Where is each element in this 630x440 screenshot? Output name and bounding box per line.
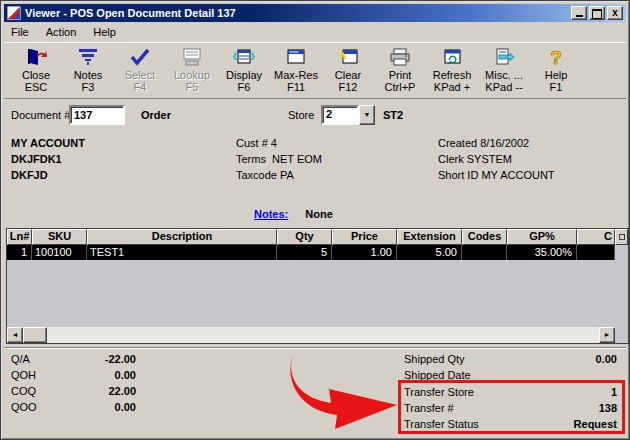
store-label: Store — [288, 109, 314, 121]
toolbar-button-key: ESC — [25, 81, 48, 93]
scroll-left-icon[interactable]: ◄ — [7, 327, 23, 343]
store-combobox-value[interactable]: 2 — [321, 105, 359, 125]
document-row: Document # Order Store 2 ▼ ST2 — [11, 105, 623, 127]
notes-value: None — [305, 208, 333, 220]
grid-right-strip — [615, 245, 628, 343]
toolbar: Close ESC Notes F3 — [4, 42, 626, 99]
toolbar-button-notes[interactable]: Notes F3 — [62, 45, 114, 97]
shipped-qty-label: Shipped Qty — [404, 353, 465, 365]
max-res-icon — [285, 45, 307, 69]
terms-label: Terms — [236, 153, 266, 165]
menu-action[interactable]: Action — [46, 26, 77, 38]
column-header-extension[interactable]: Extension — [397, 229, 462, 245]
scroll-right-icon[interactable]: ► — [599, 327, 615, 343]
svg-text:?: ? — [550, 47, 562, 67]
account-name: MY ACCOUNT — [11, 137, 85, 153]
toolbar-button-lookup: Lookup F5 — [166, 45, 218, 97]
terms-row: Terms NET EOM — [236, 153, 322, 169]
document-type-label: Order — [141, 109, 171, 121]
notes-link[interactable]: Notes: — [254, 208, 288, 220]
toolbar-button-key: F6 — [238, 81, 251, 93]
toolbar-button-select: Select F4 — [114, 45, 166, 97]
toolbar-button-misc[interactable]: Misc. ... KPad -- — [478, 45, 530, 97]
toolbar-button-label: Refresh — [433, 69, 472, 81]
menu-file[interactable]: File — [11, 26, 29, 38]
cust-value: 4 — [271, 137, 277, 149]
shortid-value: MY ACCOUNT — [481, 169, 554, 181]
notes-row: Notes: None — [254, 208, 333, 224]
select-check-icon — [129, 45, 151, 69]
grid-corner-button[interactable] — [615, 229, 628, 245]
toolbar-button-help[interactable]: ? Help F1 — [530, 45, 582, 97]
line-item-grid: Ln# SKU Description Qty Price Extension … — [6, 228, 629, 344]
clerk-row: Clerk SYSTEM — [438, 153, 512, 169]
transfer-status-label: Transfer Status — [404, 418, 479, 430]
toolbar-button-label: Print — [389, 69, 412, 81]
terms-value: NET EOM — [272, 153, 322, 165]
window-title: Viewer - POS Open Document Detail 137 — [25, 7, 569, 19]
account-line2: DKJFDK1 — [11, 153, 62, 169]
toolbar-button-display[interactable]: Display F6 — [218, 45, 270, 97]
transfer-number-label: Transfer # — [404, 402, 454, 414]
created-label: Created — [438, 137, 477, 149]
toolbar-button-maxres[interactable]: Max-Res F11 — [270, 45, 322, 97]
maximize-button[interactable] — [589, 6, 605, 20]
column-header-sku[interactable]: SKU — [32, 229, 87, 245]
display-icon — [233, 45, 255, 69]
lookup-icon — [181, 45, 203, 69]
shortid-row: Short ID MY ACCOUNT — [438, 169, 555, 185]
toolbar-button-print[interactable]: Print Ctrl+P — [374, 45, 426, 97]
toolbar-button-refresh[interactable]: Refresh KPad + — [426, 45, 478, 97]
notes-funnel-icon — [77, 45, 99, 69]
menu-help[interactable]: Help — [93, 26, 116, 38]
toolbar-button-clear[interactable]: Clear F12 — [322, 45, 374, 97]
cust-row: Cust # 4 — [236, 137, 277, 153]
cell-ln: 1 — [7, 245, 32, 260]
toolbar-button-label: Select — [125, 69, 156, 81]
close-button[interactable]: x — [607, 6, 623, 20]
column-header-description[interactable]: Description — [87, 229, 277, 245]
help-icon: ? — [545, 45, 567, 69]
cell-qty: 5 — [277, 245, 332, 260]
toolbar-button-label: Lookup — [174, 69, 210, 81]
shipped-date-label: Shipped Date — [404, 369, 471, 381]
shipped-qty-value: 0.00 — [494, 353, 617, 365]
toolbar-button-label: Max-Res — [274, 69, 318, 81]
toolbar-button-key: F11 — [287, 81, 305, 93]
list-item: Shipped Date — [404, 369, 617, 385]
scrollbar-track[interactable] — [47, 327, 599, 343]
column-header-ln[interactable]: Ln# — [7, 229, 32, 245]
list-item: Transfer Store1 — [404, 386, 617, 402]
account-line3: DKFJD — [11, 169, 48, 185]
cust-label: Cust # — [236, 137, 268, 149]
document-number-input[interactable] — [69, 105, 125, 125]
transfer-summary: Shipped Qty0.00 Shipped Date Transfer St… — [1, 351, 629, 439]
grid-header: Ln# SKU Description Qty Price Extension … — [7, 229, 628, 245]
scrollbar-thumb[interactable] — [23, 327, 47, 343]
cell-gp: 35.00% — [507, 245, 577, 260]
column-header-cost[interactable]: C — [577, 229, 615, 245]
title-bar[interactable]: Viewer - POS Open Document Detail 137 x — [4, 4, 626, 22]
toolbar-button-key: F4 — [134, 81, 147, 93]
minimize-button[interactable] — [571, 6, 587, 20]
cell-extension: 5.00 — [397, 245, 462, 260]
column-header-price[interactable]: Price — [332, 229, 397, 245]
column-header-gp[interactable]: GP% — [507, 229, 577, 245]
toolbar-button-label: Display — [226, 69, 262, 81]
chevron-down-icon[interactable]: ▼ — [359, 105, 375, 125]
column-header-qty[interactable]: Qty — [277, 229, 332, 245]
clear-icon — [337, 45, 359, 69]
store-combobox[interactable]: 2 ▼ — [321, 105, 375, 125]
refresh-icon — [441, 45, 463, 69]
horizontal-scrollbar[interactable]: ◄ ► — [7, 327, 615, 343]
close-door-icon — [25, 45, 47, 69]
taxcode-value: PA — [280, 169, 294, 181]
toolbar-button-key: KPad -- — [485, 81, 522, 93]
toolbar-button-close[interactable]: Close ESC — [10, 45, 62, 97]
created-value: 8/16/2002 — [480, 137, 529, 149]
column-header-codes[interactable]: Codes — [462, 229, 507, 245]
list-item: Transfer StatusRequest — [404, 418, 617, 434]
toolbar-button-label: Clear — [335, 69, 361, 81]
document-number-label: Document # — [11, 109, 70, 121]
table-row-selected[interactable]: 1 100100 TEST1 5 1.00 5.00 35.00% — [7, 245, 615, 260]
